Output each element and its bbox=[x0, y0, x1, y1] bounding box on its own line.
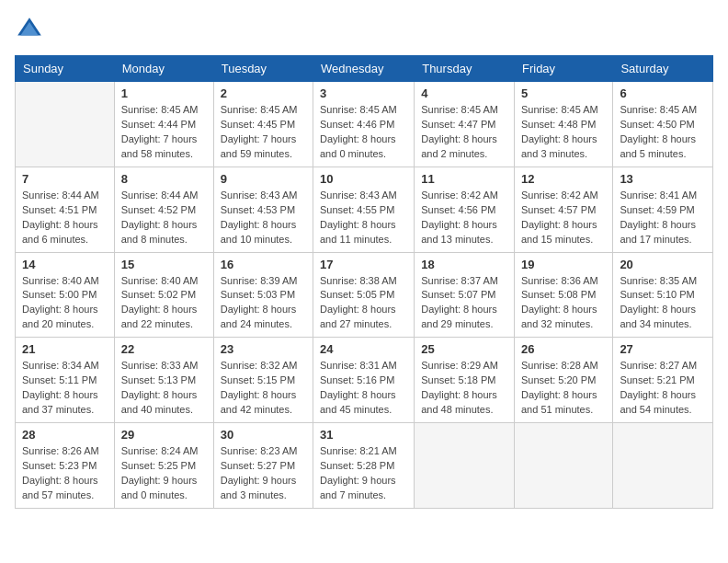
calendar-cell: 9 Sunrise: 8:43 AM Sunset: 4:53 PM Dayli… bbox=[213, 167, 313, 252]
daylight-label: Daylight: 8 hours and 32 minutes. bbox=[521, 303, 606, 332]
daylight-label: Daylight: 8 hours and 22 minutes. bbox=[121, 303, 207, 332]
calendar-week-row: 7 Sunrise: 8:44 AM Sunset: 4:51 PM Dayli… bbox=[16, 167, 713, 252]
sunset-text: Sunset: 4:46 PM bbox=[320, 118, 407, 132]
daylight-label: Daylight: 8 hours and 45 minutes. bbox=[320, 388, 407, 418]
sunset-text: Sunset: 4:59 PM bbox=[620, 203, 706, 218]
sunset-text: Sunset: 5:15 PM bbox=[221, 373, 306, 388]
sunset-text: Sunset: 4:53 PM bbox=[221, 203, 306, 218]
day-number: 21 bbox=[22, 342, 108, 356]
day-info: Sunrise: 8:28 AM Sunset: 5:20 PM Dayligh… bbox=[521, 359, 606, 418]
daylight-label: Daylight: 9 hours and 3 minutes. bbox=[221, 474, 306, 503]
day-number: 30 bbox=[221, 428, 306, 442]
daylight-label: Daylight: 8 hours and 5 minutes. bbox=[620, 132, 706, 162]
calendar-cell: 13 Sunrise: 8:41 AM Sunset: 4:59 PM Dayl… bbox=[613, 167, 713, 252]
day-info: Sunrise: 8:41 AM Sunset: 4:59 PM Dayligh… bbox=[620, 189, 706, 247]
day-number: 20 bbox=[620, 258, 706, 271]
calendar-cell: 14 Sunrise: 8:40 AM Sunset: 5:00 PM Dayl… bbox=[16, 252, 115, 338]
calendar-cell: 22 Sunrise: 8:33 AM Sunset: 5:13 PM Dayl… bbox=[114, 338, 213, 423]
sunrise-text: Sunrise: 8:45 AM bbox=[121, 103, 207, 118]
calendar-cell: 30 Sunrise: 8:23 AM Sunset: 5:27 PM Dayl… bbox=[213, 423, 313, 509]
day-number: 3 bbox=[320, 86, 407, 100]
day-info: Sunrise: 8:32 AM Sunset: 5:15 PM Dayligh… bbox=[221, 359, 306, 418]
day-info: Sunrise: 8:42 AM Sunset: 4:56 PM Dayligh… bbox=[421, 189, 507, 247]
sunrise-text: Sunrise: 8:44 AM bbox=[121, 189, 207, 203]
sunset-text: Sunset: 4:47 PM bbox=[421, 118, 507, 132]
sunrise-text: Sunrise: 8:45 AM bbox=[521, 103, 606, 118]
calendar-cell: 24 Sunrise: 8:31 AM Sunset: 5:16 PM Dayl… bbox=[313, 338, 415, 423]
day-info: Sunrise: 8:29 AM Sunset: 5:18 PM Dayligh… bbox=[421, 359, 507, 418]
calendar-header-tuesday: Tuesday bbox=[213, 56, 313, 82]
calendar-cell bbox=[514, 423, 612, 509]
day-number: 6 bbox=[620, 86, 706, 100]
calendar-header-wednesday: Wednesday bbox=[313, 56, 415, 82]
sunrise-text: Sunrise: 8:39 AM bbox=[221, 274, 306, 289]
day-number: 15 bbox=[121, 258, 207, 271]
daylight-label: Daylight: 8 hours and 17 minutes. bbox=[620, 218, 706, 247]
day-number: 14 bbox=[22, 258, 108, 271]
sunset-text: Sunset: 5:21 PM bbox=[620, 373, 706, 388]
daylight-label: Daylight: 8 hours and 37 minutes. bbox=[22, 388, 108, 418]
sunrise-text: Sunrise: 8:45 AM bbox=[421, 103, 507, 118]
daylight-label: Daylight: 8 hours and 10 minutes. bbox=[221, 218, 306, 247]
day-number: 4 bbox=[421, 86, 507, 100]
calendar-header-thursday: Thursday bbox=[415, 56, 515, 82]
daylight-label: Daylight: 8 hours and 8 minutes. bbox=[121, 218, 207, 247]
sunset-text: Sunset: 5:23 PM bbox=[22, 459, 108, 474]
sunset-text: Sunset: 4:50 PM bbox=[620, 118, 706, 132]
day-info: Sunrise: 8:45 AM Sunset: 4:47 PM Dayligh… bbox=[421, 103, 507, 162]
daylight-label: Daylight: 8 hours and 29 minutes. bbox=[421, 303, 507, 332]
day-info: Sunrise: 8:45 AM Sunset: 4:48 PM Dayligh… bbox=[521, 103, 606, 162]
daylight-label: Daylight: 8 hours and 42 minutes. bbox=[221, 388, 306, 418]
calendar-cell: 17 Sunrise: 8:38 AM Sunset: 5:05 PM Dayl… bbox=[313, 252, 415, 338]
page-header bbox=[15, 15, 713, 44]
sunset-text: Sunset: 5:02 PM bbox=[121, 288, 207, 303]
daylight-label: Daylight: 7 hours and 58 minutes. bbox=[121, 132, 207, 162]
calendar-cell: 16 Sunrise: 8:39 AM Sunset: 5:03 PM Dayl… bbox=[213, 252, 313, 338]
calendar-header-row: SundayMondayTuesdayWednesdayThursdayFrid… bbox=[16, 56, 713, 82]
sunrise-text: Sunrise: 8:27 AM bbox=[620, 359, 706, 373]
calendar-cell bbox=[415, 423, 515, 509]
day-number: 23 bbox=[221, 342, 306, 356]
day-number: 10 bbox=[320, 172, 407, 186]
calendar-cell: 19 Sunrise: 8:36 AM Sunset: 5:08 PM Dayl… bbox=[514, 252, 612, 338]
day-number: 28 bbox=[22, 428, 108, 442]
sunrise-text: Sunrise: 8:28 AM bbox=[521, 359, 606, 373]
calendar-cell: 26 Sunrise: 8:28 AM Sunset: 5:20 PM Dayl… bbox=[514, 338, 612, 423]
day-number: 11 bbox=[421, 172, 507, 186]
calendar-header-monday: Monday bbox=[114, 56, 213, 82]
sunrise-text: Sunrise: 8:42 AM bbox=[521, 189, 606, 203]
daylight-label: Daylight: 8 hours and 51 minutes. bbox=[521, 388, 606, 418]
day-number: 1 bbox=[121, 86, 207, 100]
sunset-text: Sunset: 5:25 PM bbox=[121, 459, 207, 474]
calendar-cell: 25 Sunrise: 8:29 AM Sunset: 5:18 PM Dayl… bbox=[415, 338, 515, 423]
daylight-label: Daylight: 7 hours and 59 minutes. bbox=[221, 132, 306, 162]
day-info: Sunrise: 8:39 AM Sunset: 5:03 PM Dayligh… bbox=[221, 274, 306, 333]
calendar-cell: 12 Sunrise: 8:42 AM Sunset: 4:57 PM Dayl… bbox=[514, 167, 612, 252]
day-info: Sunrise: 8:42 AM Sunset: 4:57 PM Dayligh… bbox=[521, 189, 606, 247]
day-info: Sunrise: 8:26 AM Sunset: 5:23 PM Dayligh… bbox=[22, 444, 108, 503]
daylight-label: Daylight: 8 hours and 0 minutes. bbox=[320, 132, 407, 162]
day-info: Sunrise: 8:45 AM Sunset: 4:50 PM Dayligh… bbox=[620, 103, 706, 162]
day-number: 31 bbox=[320, 428, 407, 442]
daylight-label: Daylight: 9 hours and 7 minutes. bbox=[320, 474, 407, 503]
calendar-cell bbox=[16, 82, 115, 167]
day-number: 8 bbox=[121, 172, 207, 186]
day-number: 19 bbox=[521, 258, 606, 271]
sunset-text: Sunset: 5:05 PM bbox=[320, 288, 407, 303]
sunset-text: Sunset: 4:51 PM bbox=[22, 203, 108, 218]
daylight-label: Daylight: 8 hours and 2 minutes. bbox=[421, 132, 507, 162]
sunrise-text: Sunrise: 8:29 AM bbox=[421, 359, 507, 373]
daylight-label: Daylight: 8 hours and 20 minutes. bbox=[22, 303, 108, 332]
day-info: Sunrise: 8:43 AM Sunset: 4:55 PM Dayligh… bbox=[320, 189, 407, 247]
calendar-cell: 6 Sunrise: 8:45 AM Sunset: 4:50 PM Dayli… bbox=[613, 82, 713, 167]
daylight-label: Daylight: 8 hours and 57 minutes. bbox=[22, 474, 108, 503]
calendar-cell: 8 Sunrise: 8:44 AM Sunset: 4:52 PM Dayli… bbox=[114, 167, 213, 252]
daylight-label: Daylight: 8 hours and 48 minutes. bbox=[421, 388, 507, 418]
day-info: Sunrise: 8:40 AM Sunset: 5:00 PM Dayligh… bbox=[22, 274, 108, 333]
day-info: Sunrise: 8:31 AM Sunset: 5:16 PM Dayligh… bbox=[320, 359, 407, 418]
sunset-text: Sunset: 5:27 PM bbox=[221, 459, 306, 474]
sunrise-text: Sunrise: 8:35 AM bbox=[620, 274, 706, 289]
sunrise-text: Sunrise: 8:24 AM bbox=[121, 444, 207, 459]
day-info: Sunrise: 8:36 AM Sunset: 5:08 PM Dayligh… bbox=[521, 274, 606, 333]
daylight-label: Daylight: 8 hours and 13 minutes. bbox=[421, 218, 507, 247]
